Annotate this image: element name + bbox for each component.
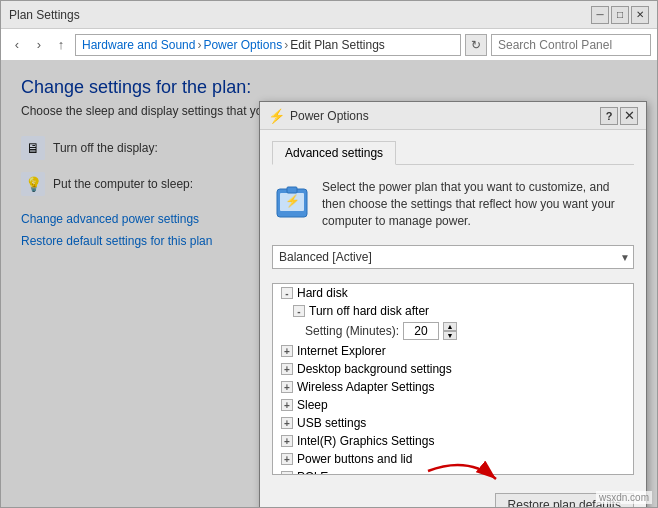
content-area: Change settings for the plan: Choose the…: [1, 61, 657, 507]
tree-item-intel-graphics[interactable]: + Intel(R) Graphics Settings: [273, 432, 633, 450]
modal-overlay: ⚡ Power Options ? ✕ Advanced settings: [1, 61, 657, 507]
title-bar: Plan Settings ─ □ ✕: [1, 1, 657, 29]
sep2: ›: [284, 38, 288, 52]
sleep-tree-label: Sleep: [297, 398, 328, 412]
ie-label: Internet Explorer: [297, 344, 386, 358]
minimize-button[interactable]: ─: [591, 6, 609, 24]
tree-item-hard-disk[interactable]: - Hard disk: [273, 284, 633, 302]
close-button[interactable]: ✕: [631, 6, 649, 24]
sep1: ›: [197, 38, 201, 52]
desktop-bg-label: Desktop background settings: [297, 362, 452, 376]
power-buttons-expand[interactable]: +: [281, 453, 293, 465]
main-window: Plan Settings ─ □ ✕ ‹ › ↑ Hardware and S…: [0, 0, 658, 508]
dialog-icon: ⚡: [268, 108, 284, 124]
svg-text:⚡: ⚡: [285, 193, 300, 208]
usb-expand[interactable]: +: [281, 417, 293, 429]
up-button[interactable]: ↑: [51, 35, 71, 55]
desktop-bg-expand[interactable]: +: [281, 363, 293, 375]
setting-spinbox: Setting (Minutes): ▲ ▼: [273, 320, 633, 342]
tree-item-pci-express[interactable]: + PCI Express: [273, 468, 633, 475]
dialog-tabs: Advanced settings: [272, 140, 634, 165]
tree-item-usb[interactable]: + USB settings: [273, 414, 633, 432]
search-input[interactable]: [491, 34, 651, 56]
address-path: Hardware and Sound › Power Options › Edi…: [75, 34, 461, 56]
spin-down-button[interactable]: ▼: [443, 331, 457, 340]
plan-dropdown[interactable]: Balanced [Active] High performance Power…: [272, 245, 634, 269]
wireless-expand[interactable]: +: [281, 381, 293, 393]
tree-item-wireless[interactable]: + Wireless Adapter Settings: [273, 378, 633, 396]
restore-btn-row: Restore plan defaults: [272, 493, 634, 507]
nav-buttons: ‹ › ↑: [7, 35, 71, 55]
dropdown-container: Balanced [Active] High performance Power…: [272, 245, 634, 269]
dialog-close-button[interactable]: ✕: [620, 107, 638, 125]
breadcrumb-power[interactable]: Power Options: [203, 38, 282, 52]
turn-off-hdd-expand[interactable]: -: [293, 305, 305, 317]
tree-item-turn-off-hdd[interactable]: - Turn off hard disk after: [273, 302, 633, 320]
dialog-title-bar: ⚡ Power Options ? ✕: [260, 102, 646, 130]
pci-express-label: PCI Express: [297, 470, 364, 475]
back-button[interactable]: ‹: [7, 35, 27, 55]
maximize-button[interactable]: □: [611, 6, 629, 24]
hard-disk-label: Hard disk: [297, 286, 348, 300]
dialog-title: Power Options: [290, 109, 594, 123]
power-buttons-label: Power buttons and lid: [297, 452, 412, 466]
forward-button[interactable]: ›: [29, 35, 49, 55]
intel-graphics-expand[interactable]: +: [281, 435, 293, 447]
dialog-body: Advanced settings ⚡ Select the: [260, 130, 646, 485]
usb-label: USB settings: [297, 416, 366, 430]
spin-label: Setting (Minutes):: [305, 324, 399, 338]
svg-rect-2: [287, 187, 297, 193]
dialog-help-button[interactable]: ?: [600, 107, 618, 125]
tab-advanced-settings[interactable]: Advanced settings: [272, 141, 396, 165]
spin-input[interactable]: [403, 322, 439, 340]
info-text: Select the power plan that you want to c…: [322, 179, 634, 229]
spin-buttons: ▲ ▼: [443, 322, 457, 340]
intel-graphics-label: Intel(R) Graphics Settings: [297, 434, 434, 448]
sleep-expand[interactable]: +: [281, 399, 293, 411]
watermark: wsxdn.com: [596, 491, 652, 504]
power-options-dialog: ⚡ Power Options ? ✕ Advanced settings: [259, 101, 647, 507]
wireless-label: Wireless Adapter Settings: [297, 380, 434, 394]
tree-list[interactable]: - Hard disk - Turn off hard disk after S…: [272, 283, 634, 475]
dialog-title-controls: ? ✕: [600, 107, 638, 125]
ie-expand[interactable]: +: [281, 345, 293, 357]
breadcrumb-current: Edit Plan Settings: [290, 38, 385, 52]
info-power-icon: ⚡: [272, 179, 312, 223]
title-bar-buttons: ─ □ ✕: [591, 6, 649, 24]
window-title: Plan Settings: [9, 8, 591, 22]
tree-item-sleep[interactable]: + Sleep: [273, 396, 633, 414]
tree-item-desktop-bg[interactable]: + Desktop background settings: [273, 360, 633, 378]
tree-item-ie[interactable]: + Internet Explorer: [273, 342, 633, 360]
refresh-button[interactable]: ↻: [465, 34, 487, 56]
address-bar: ‹ › ↑ Hardware and Sound › Power Options…: [1, 29, 657, 61]
hard-disk-expand[interactable]: -: [281, 287, 293, 299]
turn-off-hdd-label: Turn off hard disk after: [309, 304, 429, 318]
spin-up-button[interactable]: ▲: [443, 322, 457, 331]
pci-express-expand[interactable]: +: [281, 471, 293, 475]
dialog-footer: Restore plan defaults OK Cancel Apply: [260, 485, 646, 507]
breadcrumb-hardware[interactable]: Hardware and Sound: [82, 38, 195, 52]
info-section: ⚡ Select the power plan that you want to…: [272, 179, 634, 229]
tree-item-power-buttons[interactable]: + Power buttons and lid: [273, 450, 633, 468]
